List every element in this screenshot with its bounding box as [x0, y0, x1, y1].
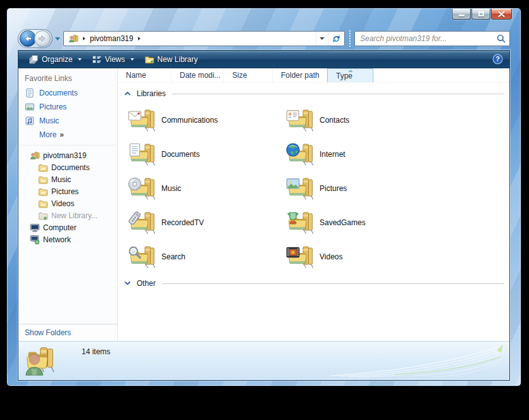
- search-icon: [496, 34, 506, 44]
- tree-item-label: Network: [43, 235, 71, 244]
- sidebar-favorite-music[interactable]: Music: [18, 114, 117, 128]
- sidebar-favorite-documents[interactable]: Documents: [18, 86, 117, 100]
- library-item-label: Music: [161, 184, 181, 193]
- navigation-pane: Favorite Links DocumentsPicturesMusic Mo…: [18, 68, 118, 341]
- tree-item-music[interactable]: Music: [18, 173, 117, 185]
- group-divider-line: [162, 283, 504, 284]
- column-header-size[interactable]: Size: [224, 68, 273, 82]
- status-bar: 14 items: [18, 341, 509, 380]
- group-label: Other: [137, 279, 156, 288]
- library-item-savedgames[interactable]: SavedGames: [287, 206, 445, 240]
- column-header-date-modified[interactable]: Date modi...: [171, 68, 224, 82]
- close-button[interactable]: [491, 9, 512, 20]
- column-headers: Name Date modi... Size Folder path Type: [118, 68, 509, 83]
- group-header-other[interactable]: Other: [124, 278, 504, 289]
- group-header-libraries[interactable]: Libraries: [124, 88, 504, 99]
- tree-item-pictures[interactable]: Pictures: [18, 185, 117, 197]
- trophy-icon: [286, 211, 300, 225]
- search-box[interactable]: [354, 31, 510, 46]
- address-dropdown-button[interactable]: [316, 32, 328, 46]
- user-folder-icon: [68, 34, 78, 44]
- caption-buttons: [451, 9, 512, 20]
- folder-icon: [129, 193, 156, 204]
- address-bar[interactable]: pivotman319: [63, 31, 345, 46]
- library-folder-icon: [129, 175, 156, 202]
- tree-item-computer[interactable]: Computer: [18, 221, 117, 233]
- sidebar-favorite-pictures[interactable]: Pictures: [18, 100, 117, 114]
- tree-item-videos[interactable]: Videos: [18, 197, 117, 209]
- folder-icon: [38, 187, 48, 197]
- column-header-type[interactable]: Type: [327, 68, 373, 82]
- folder-icon: [287, 159, 314, 170]
- recent-pages-dropdown[interactable]: [55, 37, 60, 40]
- library-item-recordedtv[interactable]: RecordedTV: [129, 206, 287, 240]
- folder-icon: [38, 163, 48, 173]
- status-swoosh-decoration: [318, 343, 508, 380]
- breadcrumb-arrow-icon[interactable]: [83, 37, 85, 40]
- item-count: 14 items: [82, 347, 110, 356]
- folder-icon: [129, 261, 156, 272]
- tree-item-documents[interactable]: Documents: [18, 161, 117, 173]
- organize-icon: [28, 54, 39, 65]
- library-item-label: SavedGames: [320, 218, 366, 227]
- refresh-button[interactable]: [328, 32, 344, 46]
- new-library-gray-icon: [38, 211, 48, 221]
- window-body: Organize Views New Library ? Favor: [18, 50, 510, 381]
- tree-item-pivotman319[interactable]: pivotman319: [18, 149, 117, 161]
- tree-item-label: Documents: [51, 163, 90, 172]
- tree-item-label: New Library...: [51, 211, 97, 220]
- group-label: Libraries: [137, 89, 166, 98]
- breadcrumb-arrow-icon[interactable]: [138, 37, 140, 40]
- library-item-music[interactable]: Music: [129, 171, 287, 206]
- library-item-search[interactable]: Search: [129, 240, 287, 274]
- tree-item-label: Music: [51, 175, 71, 184]
- maximize-button[interactable]: [471, 9, 490, 20]
- library-folder-icon: [129, 244, 156, 270]
- folder-icon: [38, 175, 48, 185]
- refresh-icon: [331, 34, 342, 44]
- chevron-down-icon: [124, 281, 131, 286]
- document-page-icon: [128, 143, 142, 157]
- library-item-documents[interactable]: Documents: [129, 137, 287, 171]
- breadcrumb-root[interactable]: pivotman319: [90, 34, 134, 43]
- more-link[interactable]: More »: [18, 128, 117, 142]
- folder-icon: [287, 125, 314, 135]
- column-header-name[interactable]: Name: [118, 68, 171, 82]
- show-folders-button[interactable]: Show Folders: [18, 324, 117, 341]
- sort-ascending-icon: [348, 70, 353, 72]
- help-button[interactable]: ?: [492, 54, 503, 65]
- tree-item-new-library: New Library...: [18, 209, 117, 221]
- views-button[interactable]: Views: [87, 52, 139, 66]
- library-item-label: Videos: [320, 252, 342, 261]
- favorites-list: DocumentsPicturesMusic: [18, 86, 117, 128]
- film-icon: [286, 245, 300, 259]
- column-header-folder-path[interactable]: Folder path: [273, 68, 327, 82]
- minimize-button[interactable]: [452, 9, 471, 20]
- folder-icon: [287, 261, 314, 272]
- library-item-pictures[interactable]: Pictures: [287, 171, 445, 206]
- organize-button[interactable]: Organize: [23, 52, 87, 66]
- cd-icon: [128, 177, 142, 191]
- search-input[interactable]: [355, 34, 493, 43]
- nav-capsule: [18, 29, 53, 48]
- breadcrumb[interactable]: pivotman319: [64, 34, 316, 44]
- library-item-videos[interactable]: Videos: [287, 240, 445, 274]
- explorer-window: pivotman319: [6, 8, 521, 386]
- new-library-button[interactable]: New Library: [139, 52, 203, 66]
- network-icon: [30, 235, 40, 245]
- library-item-communications[interactable]: Communications: [129, 103, 287, 137]
- library-item-internet[interactable]: Internet: [287, 137, 445, 171]
- library-folder-icon: [287, 141, 314, 168]
- folder-tree: pivotman319DocumentsMusicPicturesVideosN…: [18, 149, 117, 245]
- search-button[interactable]: [493, 34, 509, 44]
- tree-item-label: Computer: [43, 223, 77, 232]
- library-item-contacts[interactable]: Contacts: [287, 103, 445, 137]
- file-list-pane: Name Date modi... Size Folder path Type …: [118, 68, 509, 341]
- back-arrow-icon: [23, 34, 33, 44]
- music-icon: [25, 116, 35, 126]
- forward-button[interactable]: [34, 30, 51, 47]
- magnifier-icon: [128, 245, 142, 259]
- nav-separator: [349, 30, 351, 47]
- folder-icon: [287, 193, 314, 204]
- tree-item-network[interactable]: Network: [18, 233, 117, 245]
